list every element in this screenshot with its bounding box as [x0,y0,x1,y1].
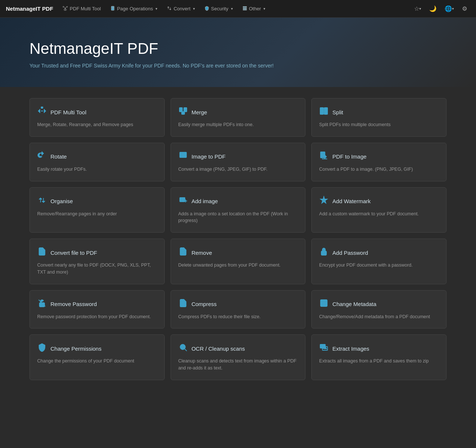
card-title-add-image: Add image [192,198,218,204]
settings-button[interactable]: ⚙ [459,3,470,14]
card-rotate[interactable]: Rotate Easily rotate your PDFs. [29,143,165,181]
card-compress[interactable]: Compress Compress PDFs to reduce their f… [171,290,306,329]
pdf-to-image-icon [319,151,329,162]
svg-rect-7 [179,108,182,112]
page-icon [111,6,115,12]
card-merge[interactable]: Merge Easily merge multiple PDFs into on… [171,98,306,137]
brand-title: NetmanageIT PDF [6,6,53,12]
card-header: Add Password [319,247,439,258]
remove-page-icon [178,247,188,258]
card-change-permissions[interactable]: Change Permissions Change the permission… [29,334,165,380]
card-header: Remove [178,247,298,258]
card-header: OCR / Cleanup scans [178,343,298,354]
svg-rect-26 [321,251,326,255]
image-to-pdf-icon [178,151,188,162]
card-desc-add-watermark: Add a custom watermark to your PDF docum… [319,211,439,218]
card-ocr[interactable]: OCR / Cleanup scans Cleanup scans and de… [171,334,306,380]
nav-security[interactable]: Security ▾ [201,4,237,14]
card-add-password[interactable]: Add Password Encrypt your PDF document w… [311,239,447,284]
card-header: Add image [178,196,298,207]
card-desc-add-image: Adds a image onto a set location on the … [178,211,298,225]
convert-icon [167,6,172,12]
nav-label-page-operations: Page Operations [117,6,153,11]
svg-rect-4 [243,6,246,7]
gear-icon: ⚙ [462,5,467,12]
card-add-watermark[interactable]: Add Watermark Add a custom watermark to … [311,187,447,233]
card-add-image[interactable]: Add image Adds a image onto a set locati… [171,187,306,233]
scissors-icon [63,6,68,12]
card-title-pdf-to-image: PDF to Image [332,153,367,160]
card-header: PDF Multi Tool [37,107,157,118]
convert-arrow: ▾ [193,7,195,11]
card-title-rotate: Rotate [50,153,67,160]
card-remove[interactable]: Remove Delete unwanted pages from your P… [171,239,306,284]
card-header: Merge [178,107,298,118]
card-title-ocr: OCR / Cleanup scans [192,345,245,352]
card-pdf-to-image[interactable]: PDF to Image Convert a PDF to a image. (… [311,143,447,181]
card-pdf-multi-tool[interactable]: PDF Multi Tool Merge, Rotate, Rearrange,… [29,98,165,137]
shield-icon [204,6,209,12]
card-title-remove: Remove [192,250,212,256]
hero-subtitle: Your Trusted and Free PDF Swiss Army Kni… [29,63,447,69]
svg-rect-30 [321,300,327,306]
svg-point-22 [181,198,182,199]
card-desc-image-to-pdf: Convert a image (PNG, JPEG, GIF) to PDF. [178,166,298,173]
card-title-pdf-multi-tool: PDF Multi Tool [50,109,86,115]
card-change-metadata[interactable]: Change Metadata Change/Remove/Add metada… [311,290,447,329]
card-header: Compress [178,299,298,310]
card-header: Extract Images [319,343,439,354]
split-icon [319,107,329,118]
permissions-icon [37,343,47,354]
card-desc-merge: Easily merge multiple PDFs into one. [178,121,298,128]
multitool-icon [37,107,47,118]
card-title-change-metadata: Change Metadata [332,301,376,307]
card-organise[interactable]: Organise Remove/Rearrange pages in any o… [29,187,165,233]
watermark-icon [319,196,329,207]
bookmark-button[interactable]: ☆ ▾ [411,3,424,14]
svg-rect-5 [243,8,246,8]
dark-mode-button[interactable]: 🌙 [426,3,440,14]
remove-password-icon [37,299,47,310]
language-button[interactable]: 🌐 ▾ [442,3,457,14]
card-desc-add-password: Encrypt your PDF document with a passwor… [319,262,439,269]
svg-point-40 [321,345,322,346]
card-title-image-to-pdf: Image to PDF [192,153,226,160]
card-title-remove-password: Remove Password [50,301,97,307]
card-desc-change-permissions: Change the permissions of your PDF docum… [37,358,157,365]
card-header: Change Metadata [319,299,439,310]
card-desc-extract-images: Extracts all images from a PDF and saves… [319,358,439,365]
card-convert-file-to-pdf[interactable]: Convert file to PDF Convert nearly any f… [29,239,165,284]
nav-label-pdf-multi-tool: PDF Multi Tool [70,6,101,11]
card-desc-convert-file: Convert nearly any file to PDF (DOCX, PN… [37,262,157,276]
security-arrow: ▾ [231,7,233,11]
nav-label-convert: Convert [174,6,190,11]
rotate-icon [37,151,47,162]
card-title-split: Split [332,109,343,115]
card-remove-password[interactable]: Remove Password Remove password protecti… [29,290,165,329]
card-header: Rotate [37,151,157,162]
card-image-to-pdf[interactable]: Image to PDF Convert a image (PNG, JPEG,… [171,143,306,181]
menu-icon [242,6,247,12]
nav-convert[interactable]: Convert ▾ [163,4,199,14]
card-header: Convert file to PDF [37,247,157,258]
svg-rect-12 [320,108,323,114]
card-split[interactable]: Split Split PDFs into multiple documents [311,98,447,137]
hero-title: NetmanageIT PDF [29,40,447,58]
card-header: PDF to Image [319,151,439,162]
organise-icon [37,196,47,207]
card-desc-pdf-multi-tool: Merge, Rotate, Rearrange, and Remove pag… [37,121,157,128]
card-title-convert-file: Convert file to PDF [50,250,97,256]
card-title-change-permissions: Change Permissions [50,345,101,352]
navbar: NetmanageIT PDF PDF Multi Tool Page Oper… [0,0,476,18]
nav-page-operations[interactable]: Page Operations ▾ [107,4,161,14]
nav-other[interactable]: Other ▾ [239,4,269,14]
card-desc-ocr: Cleanup scans and detects text from imag… [178,358,298,372]
nav-pdf-multi-tool[interactable]: PDF Multi Tool [59,3,104,14]
card-desc-pdf-to-image: Convert a PDF to a image. (PNG, JPEG, GI… [319,166,439,173]
add-password-icon [319,247,329,258]
card-desc-rotate: Easily rotate your PDFs. [37,166,157,173]
extract-images-icon [319,343,329,354]
card-header: Add Watermark [319,196,439,207]
compress-icon [178,299,188,310]
card-extract-images[interactable]: Extract Images Extracts all images from … [311,334,447,380]
